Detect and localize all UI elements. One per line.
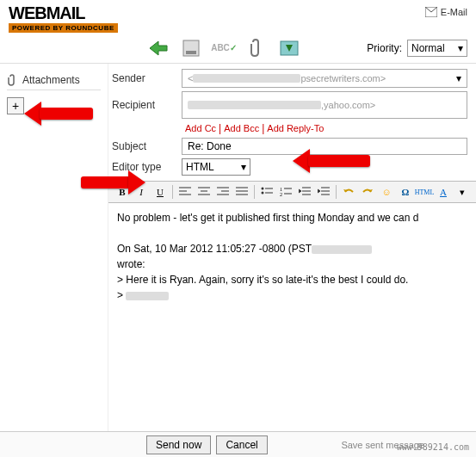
add-bcc-link[interactable]: Add Bcc xyxy=(224,123,259,133)
logo-title: WEBMAIL xyxy=(9,3,118,23)
bold-button[interactable]: B xyxy=(114,184,131,200)
add-replyto-link[interactable]: Add Reply-To xyxy=(267,123,324,133)
attachments-header: Attachments xyxy=(7,71,101,90)
indent-button[interactable] xyxy=(315,184,332,200)
cancel-button[interactable]: Cancel xyxy=(216,435,267,454)
quote-line: > Here it is Ryan. Again, sorry it's so … xyxy=(117,272,467,287)
attach-icon[interactable] xyxy=(244,36,269,60)
add-cc-link[interactable]: Add Cc xyxy=(185,123,216,133)
send-button[interactable]: Send now xyxy=(146,435,211,454)
quote-line: > xyxy=(117,287,467,303)
outdent-button[interactable] xyxy=(296,184,313,200)
recipient-domain: ,yahoo.com> xyxy=(321,100,375,110)
priority-label: Priority: xyxy=(367,42,402,54)
svg-point-5 xyxy=(262,192,264,195)
message-body[interactable]: No problem - let's get it published firs… xyxy=(108,203,476,310)
plus-icon: + xyxy=(12,99,19,113)
chevron-down-icon: ▾ xyxy=(241,161,246,173)
chevron-down-icon: ▾ xyxy=(456,72,461,84)
font-color-button[interactable]: A xyxy=(435,184,452,200)
editor-type-select[interactable]: HTML ▾ xyxy=(182,158,250,176)
align-center-button[interactable] xyxy=(195,184,213,200)
watermark: www.989214.com xyxy=(397,442,469,452)
numbered-list-button[interactable]: 12 xyxy=(277,184,294,200)
sender-label: Sender xyxy=(108,72,182,84)
editor-toolbar: B I U 12 ☺ Ω HTML A ▾ xyxy=(108,181,476,203)
italic-button[interactable]: I xyxy=(133,184,150,200)
sidebar: Attachments + xyxy=(0,64,108,431)
redo-button[interactable] xyxy=(359,184,376,200)
svg-rect-2 xyxy=(186,51,196,54)
back-icon[interactable] xyxy=(146,36,170,60)
body-line: No problem - let's get it published firs… xyxy=(117,210,467,225)
subject-input[interactable]: Re: Done xyxy=(182,138,467,155)
quote-line: On Sat, 10 Mar 2012 11:05:27 -0800 (PST xyxy=(117,241,467,256)
attachments-label: Attachments xyxy=(22,74,80,86)
add-attachment-button[interactable]: + xyxy=(7,97,24,114)
sender-domain: psecretwriters.com> xyxy=(300,73,386,83)
recipient-field[interactable]: ,yahoo.com> xyxy=(182,91,467,119)
svg-point-4 xyxy=(262,188,264,190)
email-link[interactable]: E-Mail xyxy=(425,3,467,17)
chevron-down-icon: ▾ xyxy=(458,42,463,54)
align-justify-button[interactable] xyxy=(233,184,250,200)
spellcheck-icon[interactable]: ABC✓ xyxy=(212,36,236,60)
paperclip-icon xyxy=(7,74,17,86)
sender-field[interactable]: <psecretwriters.com> ▾ xyxy=(182,69,467,88)
recipient-label: Recipient xyxy=(108,99,182,111)
priority-value: Normal xyxy=(411,42,445,54)
underline-button[interactable]: U xyxy=(151,184,169,200)
envelope-icon xyxy=(425,7,437,17)
signature-icon[interactable] xyxy=(277,36,301,60)
priority-select[interactable]: Normal ▾ xyxy=(407,40,467,57)
chevron-down-icon[interactable]: ▾ xyxy=(454,184,471,200)
emoji-button[interactable]: ☺ xyxy=(378,184,395,200)
save-draft-icon[interactable] xyxy=(179,36,203,60)
undo-button[interactable] xyxy=(340,184,357,200)
align-left-button[interactable] xyxy=(176,184,194,200)
html-button[interactable]: HTML xyxy=(416,184,433,200)
compose-main: Sender <psecretwriters.com> ▾ Recipient … xyxy=(108,64,476,431)
bullet-list-button[interactable] xyxy=(258,184,275,200)
subject-label: Subject xyxy=(108,140,182,152)
align-right-button[interactable] xyxy=(214,184,232,200)
logo-subtitle: POWERED BY ROUNDCUBE xyxy=(9,23,118,33)
quote-line: wrote: xyxy=(117,256,467,272)
email-link-label: E-Mail xyxy=(441,7,467,17)
svg-text:2: 2 xyxy=(280,192,282,197)
editor-type-value: HTML xyxy=(186,161,214,173)
editor-type-label: Editor type xyxy=(108,161,182,173)
symbol-button[interactable]: Ω xyxy=(397,184,414,200)
compose-toolbar: ABC✓ Priority: Normal ▾ xyxy=(0,33,476,64)
webmail-logo: WEBMAIL POWERED BY ROUNDCUBE xyxy=(9,3,118,33)
